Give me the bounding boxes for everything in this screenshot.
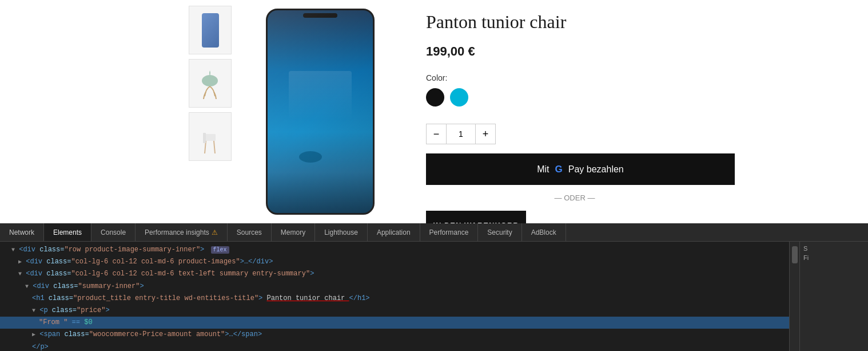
svg-rect-4 xyxy=(203,133,206,143)
scrollbar-thumb[interactable] xyxy=(792,246,798,263)
swatch-blue[interactable] xyxy=(450,88,468,107)
tab-security[interactable]: Security xyxy=(478,223,521,241)
swatch-black[interactable] xyxy=(426,88,444,107)
html-line-3[interactable]: ▼ <div class="col-lg-6 col-12 col-md-6 t… xyxy=(0,268,789,280)
expand-triangle-3[interactable]: ▼ xyxy=(18,271,22,277)
html-line-5[interactable]: <h1 class="product_title entry-title wd-… xyxy=(0,293,789,305)
g-blue: G xyxy=(555,164,563,175)
tab-application[interactable]: Application xyxy=(368,223,420,241)
qty-value: 1 xyxy=(447,124,475,144)
thumbnail-list xyxy=(0,0,237,223)
thumbnail-chair2[interactable] xyxy=(189,112,232,161)
expand-triangle-6[interactable]: ▼ xyxy=(32,307,35,314)
phone-main-display xyxy=(266,9,375,215)
color-label: Color: xyxy=(426,73,723,82)
scrollbar-panel xyxy=(789,242,799,351)
flex-badge-1: flex xyxy=(211,246,229,254)
far-right-label-fi: Fi xyxy=(803,254,865,261)
product-title: Panton tunior chair xyxy=(426,11,723,33)
devtools-content: ▼ <div class="row product-image-summary-… xyxy=(0,242,868,351)
tab-console[interactable]: Console xyxy=(91,223,136,241)
tab-performance[interactable]: Performance xyxy=(420,223,479,241)
qty-plus[interactable]: + xyxy=(475,124,496,144)
svg-line-3 xyxy=(214,141,215,153)
expand-triangle-2[interactable]: ▶ xyxy=(18,259,22,265)
thumbnail-chair1[interactable] xyxy=(189,59,232,108)
gpay-text-mit: Mit xyxy=(537,164,549,175)
html-line-7-highlighted[interactable]: "From " == $0 xyxy=(0,317,789,329)
google-logo: G xyxy=(555,164,563,175)
devtools-tabs: Network Elements Console Performance ins… xyxy=(0,223,868,242)
gpay-text-pay: Pay bezahlen xyxy=(568,164,624,175)
html-line-8[interactable]: ▶ <span class="woocommerce-Price-amount … xyxy=(0,329,789,341)
product-price: 199,00 € xyxy=(426,44,723,59)
far-right-panel: S Fi xyxy=(799,242,868,351)
svg-point-0 xyxy=(202,75,218,86)
phone-thumb-image xyxy=(202,13,219,48)
oder-divider: — ODER — xyxy=(426,194,723,202)
thumbnail-phone[interactable] xyxy=(189,6,232,54)
product-area: Panton tunior chair 199,00 € Color: − 1 … xyxy=(0,0,868,223)
html-panel: ▼ <div class="row product-image-summary-… xyxy=(0,242,789,351)
tab-elements[interactable]: Elements xyxy=(44,223,91,241)
expand-triangle-4[interactable]: ▼ xyxy=(25,283,29,290)
expand-triangle-8[interactable]: ▶ xyxy=(32,332,35,338)
qty-minus[interactable]: − xyxy=(426,124,447,144)
color-swatches xyxy=(426,88,723,107)
performance-warning-icon: ⚠ xyxy=(212,228,218,236)
tab-lighthouse[interactable]: Lighthouse xyxy=(315,223,368,241)
devtools-panel: Network Elements Console Performance ins… xyxy=(0,223,868,351)
tab-network[interactable]: Network xyxy=(0,223,44,241)
html-line-4[interactable]: ▼ <div class="summary-inner"> xyxy=(0,281,789,293)
tab-performance-insights[interactable]: Performance insights ⚠ xyxy=(136,223,228,241)
html-line-2[interactable]: ▶ <div class="col-lg-6 col-12 col-md-6 p… xyxy=(0,256,789,268)
chair2-svg xyxy=(197,118,223,155)
gpay-button[interactable]: Mit G Pay bezahlen xyxy=(426,153,735,185)
chair1-svg xyxy=(197,65,223,102)
tab-sources[interactable]: Sources xyxy=(228,223,272,241)
product-info-panel: Panton tunior chair 199,00 € Color: − 1 … xyxy=(403,0,746,223)
far-right-label-s: S xyxy=(803,245,865,252)
html-line-1[interactable]: ▼ <div class="row product-image-summary-… xyxy=(0,244,789,256)
html-line-9[interactable]: </p> xyxy=(0,341,789,352)
expand-triangle-1[interactable]: ▼ xyxy=(11,247,15,253)
tab-memory[interactable]: Memory xyxy=(272,223,315,241)
html-line-6[interactable]: ▼ <p class="price"> xyxy=(0,305,789,317)
main-product-image xyxy=(249,3,392,220)
tab-adblock[interactable]: AdBlock xyxy=(522,223,566,241)
